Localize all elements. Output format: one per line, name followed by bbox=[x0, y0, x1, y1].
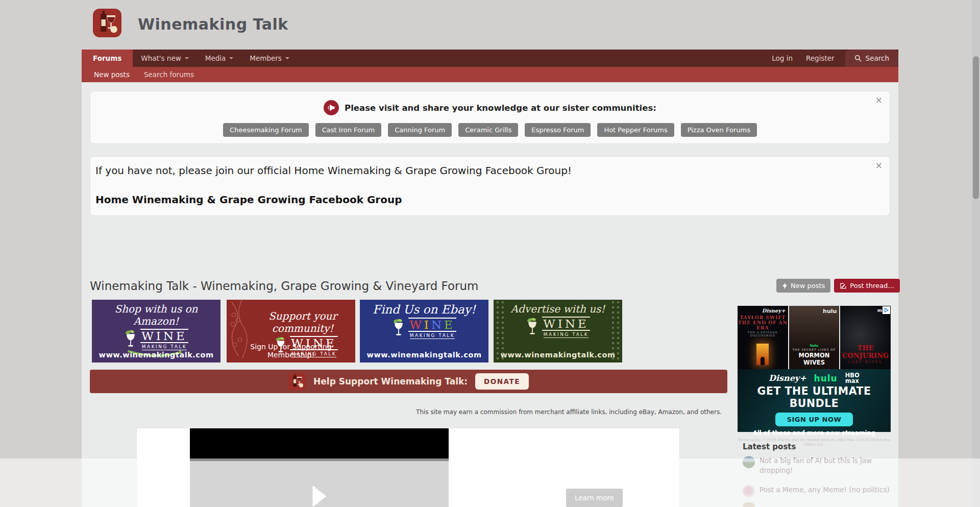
hulu-logo: hulu bbox=[823, 308, 837, 315]
close-icon[interactable]: × bbox=[875, 161, 883, 170]
notice-message: Please visit and share your knowledge at… bbox=[345, 103, 656, 113]
adchoices-icon[interactable] bbox=[883, 306, 890, 314]
banner-url: www.winemakingtalk.com bbox=[360, 351, 488, 359]
post-thread-button-label: Post thread… bbox=[850, 282, 894, 289]
play-icon[interactable] bbox=[312, 486, 326, 507]
sign-up-now-button[interactable]: SIGN UP NOW bbox=[775, 413, 853, 426]
new-posts-button[interactable]: New posts bbox=[776, 279, 830, 293]
page-title: Winemaking Talk - Winemaking, Grape Grow… bbox=[90, 279, 479, 293]
chevron-down-icon bbox=[185, 57, 189, 61]
chevron-down-icon bbox=[229, 57, 233, 61]
main-nav: Forums What's new Media Members Log in R… bbox=[82, 50, 898, 67]
hbo-max-logo: HBO max bbox=[845, 373, 860, 383]
close-icon[interactable]: × bbox=[875, 96, 883, 105]
wine-logo-sub: Making Talk bbox=[410, 333, 455, 339]
poster-line: THE CONJURING bbox=[840, 344, 891, 359]
video-ad-card: Learn more bbox=[136, 428, 680, 507]
nav-tab-whats-new-label: What's new bbox=[141, 54, 181, 62]
wine-glass-icon bbox=[526, 317, 539, 336]
espresso-forum-button[interactable]: Espresso Forum bbox=[525, 123, 591, 137]
avatar bbox=[743, 485, 755, 497]
wine-logo-sub: Making Talk bbox=[544, 332, 589, 338]
scrollbar-thumb[interactable] bbox=[973, 56, 979, 199]
affiliate-disclaimer: This site may earn a commission from mer… bbox=[90, 408, 722, 416]
wine-logo-main-ebay: WINE bbox=[408, 318, 456, 332]
search-label: Search bbox=[866, 54, 889, 62]
sub-nav: New posts Search forums bbox=[82, 67, 898, 82]
ad-headline: GET THE ULTIMATE BUNDLE bbox=[738, 385, 891, 409]
nav-tab-media-label: Media bbox=[205, 54, 226, 62]
subnav-search-forums[interactable]: Search forums bbox=[144, 70, 194, 79]
disney-plus-logo: Disney+ bbox=[769, 373, 806, 383]
poster-conjuring: max THE CONJURING LAST RITES bbox=[840, 306, 891, 369]
poster-line: THE SECRET LIVES OF bbox=[789, 348, 840, 351]
supporting-membership-banner[interactable]: Support your community! WINE Making Talk… bbox=[227, 300, 355, 363]
poster-taylor-swift: Disney+ TAYLOR SWIFT THE END OF AN ERA T… bbox=[738, 306, 788, 369]
lightning-bolt-icon bbox=[782, 282, 788, 289]
banner-footer: Sign Up for Supporting Membership! bbox=[227, 343, 355, 359]
ebay-banner-ad[interactable]: Find Us on Ebay! WINE Making Talk www.wi… bbox=[360, 300, 488, 363]
site-title: Winemaking Talk bbox=[138, 15, 288, 33]
poster-line: LAST RITES bbox=[840, 360, 891, 364]
latest-post-title: Not a big fan of AI but this is jaw drop… bbox=[760, 456, 880, 475]
amazon-banner-ad[interactable]: Shop with us on Amazon! WINE Making Talk… bbox=[92, 300, 220, 363]
wine-logo-sub: Making Talk bbox=[142, 344, 187, 350]
subnav-new-posts[interactable]: New posts bbox=[94, 70, 130, 79]
streaming-bundle-ad[interactable]: Disney+ TAYLOR SWIFT THE END OF AN ERA T… bbox=[738, 306, 891, 432]
search-button[interactable]: Search bbox=[845, 50, 898, 67]
wine-logo: WINE Making Talk bbox=[360, 318, 488, 339]
page: Winemaking Talk Forums What's new Media … bbox=[0, 0, 980, 507]
cheesemaking-forum-button[interactable]: Cheesemaking Forum bbox=[223, 123, 309, 137]
edit-pencil-icon bbox=[840, 282, 847, 289]
canning-forum-button[interactable]: Canning Forum bbox=[388, 123, 452, 137]
ad-tagline: All of these and more now streaming bbox=[738, 429, 891, 437]
ceramic-grills-button[interactable]: Ceramic Grills bbox=[458, 123, 518, 137]
avatar bbox=[743, 456, 755, 468]
banner-headline: Advertise with us! bbox=[494, 303, 622, 315]
advertise-banner-ad[interactable]: Advertise with us! WINE Making Talk www.… bbox=[494, 300, 622, 363]
poster-line: MORMON WIVES bbox=[789, 352, 840, 366]
banner-headline: Find Us on Ebay! bbox=[360, 303, 488, 316]
nav-tab-members[interactable]: Members bbox=[241, 50, 298, 67]
facebook-group-link[interactable]: Home Winemaking & Grape Growing Facebook… bbox=[95, 194, 402, 206]
scrollbar[interactable] bbox=[972, 0, 980, 507]
megaphone-icon bbox=[324, 100, 339, 115]
poster-mormon-wives: hulu hulu THE SECRET LIVES OF MORMON WIV… bbox=[789, 306, 840, 369]
search-icon bbox=[854, 55, 862, 62]
new-posts-button-label: New posts bbox=[791, 282, 825, 289]
donate-button[interactable]: DONATE bbox=[475, 373, 529, 390]
banner-url: www.winemakingtalk.com bbox=[92, 351, 220, 359]
ad-posters: Disney+ TAYLOR SWIFT THE END OF AN ERA T… bbox=[738, 306, 891, 369]
hot-pepper-forums-button[interactable]: Hot Pepper Forums bbox=[597, 123, 674, 137]
donate-label: Help Support Winemaking Talk: bbox=[313, 376, 468, 387]
banner-url: www.winemakingtalk.com bbox=[494, 351, 622, 359]
chevron-down-icon bbox=[285, 57, 289, 61]
pizza-oven-forums-button[interactable]: Pizza Oven Forums bbox=[681, 123, 757, 137]
nav-tab-media[interactable]: Media bbox=[197, 50, 242, 67]
notice-header: Please visit and share your knowledge at… bbox=[90, 91, 890, 115]
video-letterbox bbox=[190, 428, 449, 461]
latest-post-item[interactable]: Post a Meme, any Meme! (no politics) bbox=[743, 485, 890, 497]
wine-logo-main: WINE bbox=[140, 329, 188, 343]
log-in-link[interactable]: Log in bbox=[765, 50, 799, 67]
cast-iron-forum-button[interactable]: Cast Iron Forum bbox=[315, 123, 381, 137]
banner-headline: Shop with us on Amazon! bbox=[92, 303, 220, 327]
learn-more-button[interactable]: Learn more bbox=[566, 489, 623, 507]
poster-line: THE END OF AN ERA bbox=[738, 320, 788, 330]
disney-plus-logo: Disney+ bbox=[762, 308, 786, 313]
donate-bar: Help Support Winemaking Talk: DONATE bbox=[90, 370, 727, 393]
facebook-group-notice: × If you have not, please join our offic… bbox=[90, 156, 890, 216]
nav-tab-whats-new[interactable]: What's new bbox=[133, 50, 197, 67]
video-player[interactable] bbox=[190, 428, 449, 507]
nav-tab-forums[interactable]: Forums bbox=[82, 50, 133, 67]
register-link[interactable]: Register bbox=[799, 50, 841, 67]
nav-right: Log in Register Search bbox=[765, 50, 898, 67]
glowing-doorway-art bbox=[756, 344, 769, 365]
poster-line: TAYLOR SWIFT bbox=[738, 315, 788, 320]
site-logo[interactable] bbox=[93, 9, 121, 37]
post-thread-button[interactable]: Post thread… bbox=[834, 279, 900, 293]
title-actions: New posts Post thread… bbox=[776, 279, 900, 293]
wine-logo: WINE Making Talk bbox=[494, 317, 622, 338]
hulu-logo: hulu bbox=[814, 373, 838, 383]
latest-post-item[interactable]: Not a big fan of AI but this is jaw drop… bbox=[743, 456, 890, 475]
